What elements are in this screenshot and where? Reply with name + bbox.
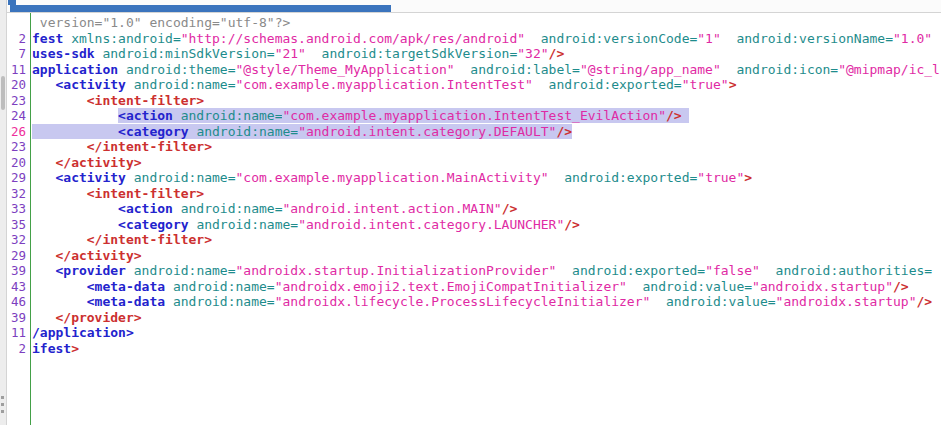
token	[32, 108, 118, 123]
token: uses-sdk	[32, 46, 95, 61]
selected-token: />	[556, 124, 572, 139]
line-number: 32	[7, 186, 30, 202]
token	[32, 263, 55, 278]
token: fest	[32, 31, 63, 46]
token: "http://schemas.android.com/apk/res/andr…	[181, 31, 525, 46]
line-number: 33	[7, 201, 30, 217]
token: <category	[118, 217, 188, 232]
splitter-grip-icon[interactable]	[1, 396, 4, 413]
line-number: 20	[7, 77, 30, 93]
token: "androidx.lifecycle.ProcessLifecycleInit…	[275, 294, 651, 309]
token: application	[32, 62, 118, 77]
token: >	[71, 341, 79, 356]
token	[556, 263, 572, 278]
token: "@string/app_name"	[580, 62, 721, 77]
line-number: 35	[7, 217, 30, 233]
token: android:name=	[173, 279, 275, 294]
token: />	[549, 46, 565, 61]
token	[32, 139, 87, 154]
token: <meta-data	[87, 279, 165, 294]
token	[627, 279, 643, 294]
token	[126, 77, 134, 92]
code-text: <meta-data android:name="androidx.lifecy…	[30, 294, 932, 310]
code-text: </provider>	[30, 310, 142, 326]
horizontal-scrollbar-thumb[interactable]	[10, 5, 391, 12]
code-line: 29 <activity android:name="com.example.m…	[7, 170, 941, 186]
token	[32, 217, 118, 232]
token	[525, 31, 541, 46]
token: xmlns:android=	[71, 31, 181, 46]
code-line: 20 <activity android:name="com.example.m…	[7, 77, 941, 93]
code-line: 23 <intent-filter>	[7, 93, 941, 109]
token	[32, 232, 87, 247]
line-number: 29	[7, 248, 30, 264]
token: >	[744, 170, 752, 185]
selected-token: <action	[118, 108, 173, 123]
code-line: 39 <provider android:name="androidx.star…	[7, 263, 941, 279]
code-line: 39 </provider>	[7, 310, 941, 326]
token: android:exported=	[564, 170, 697, 185]
token: </activity>	[55, 155, 141, 170]
selected-token	[173, 108, 181, 123]
code-line: 7uses-sdk android:minSdkVersion="21" and…	[7, 46, 941, 62]
token: android:exported=	[549, 77, 682, 92]
selected-token: <category	[118, 124, 188, 139]
line-number: 23	[7, 139, 30, 155]
code-text: <provider android:name="androidx.startup…	[30, 263, 932, 279]
token	[32, 77, 55, 92]
vertical-scrollbar[interactable]	[0, 0, 7, 425]
token: android:minSdkVersion=	[102, 46, 274, 61]
line-number: 20	[7, 155, 30, 171]
code-text: </activity>	[30, 155, 142, 171]
token: "@style/Theme_MyApplication"	[236, 62, 455, 77]
line-number: 2	[7, 31, 30, 47]
token	[118, 62, 126, 77]
code-text: <activity android:name="com.example.myap…	[30, 170, 752, 186]
selected-token: "android.intent.category.DEFAULT"	[298, 124, 556, 139]
code-line: 11/application>	[7, 325, 941, 341]
code-text: <intent-filter>	[30, 186, 204, 202]
code-line: 35 <category android:name="android.inten…	[7, 217, 941, 233]
code-text: application android:theme="@style/Theme_…	[30, 62, 940, 78]
token: "1"	[697, 31, 720, 46]
token	[126, 170, 134, 185]
line-number: 46	[7, 294, 30, 310]
token: </activity>	[55, 248, 141, 263]
token: "true"	[682, 77, 729, 92]
token: android:targetSdkVersion=	[322, 46, 518, 61]
line-number: 32	[7, 232, 30, 248]
code-line: version="1.0" encoding="utf-8"?>	[7, 15, 941, 31]
token: />	[916, 294, 932, 309]
token: /application>	[32, 325, 134, 340]
token: android:authorities=	[776, 263, 933, 278]
token: <activity	[55, 170, 125, 185]
code-line: 29 </activity>	[7, 248, 941, 264]
token	[32, 294, 87, 309]
token: "androidx.startup"	[752, 279, 893, 294]
horizontal-scrollbar[interactable]	[7, 0, 941, 13]
token	[32, 170, 55, 185]
code-text: <category android:name="android.intent.c…	[30, 124, 572, 140]
vertical-scrollbar-thumb[interactable]	[1, 76, 5, 110]
token: android:versionName=	[736, 31, 893, 46]
code-lines: version="1.0" encoding="utf-8"?>2fest xm…	[7, 15, 941, 356]
code-line: 43 <meta-data android:name="androidx.emo…	[7, 279, 941, 295]
token: <intent-filter>	[87, 93, 204, 108]
token: android:value=	[643, 279, 753, 294]
token	[760, 263, 776, 278]
token	[126, 263, 134, 278]
code-text: </activity>	[30, 248, 142, 264]
code-text: <meta-data android:name="androidx.emoji2…	[30, 279, 909, 295]
code-line: 46 <meta-data android:name="androidx.lif…	[7, 294, 941, 310]
code-text: <intent-filter>	[30, 93, 204, 109]
token: android:name=	[134, 170, 236, 185]
token: <provider	[55, 263, 125, 278]
token	[32, 248, 55, 263]
token: />	[502, 201, 518, 216]
token: android:value=	[666, 294, 776, 309]
code-text: <activity android:name="com.example.myap…	[30, 77, 736, 93]
code-editor[interactable]: version="1.0" encoding="utf-8"?>2fest xm…	[7, 13, 941, 425]
token	[32, 279, 87, 294]
token	[455, 62, 471, 77]
token: </provider>	[55, 310, 141, 325]
